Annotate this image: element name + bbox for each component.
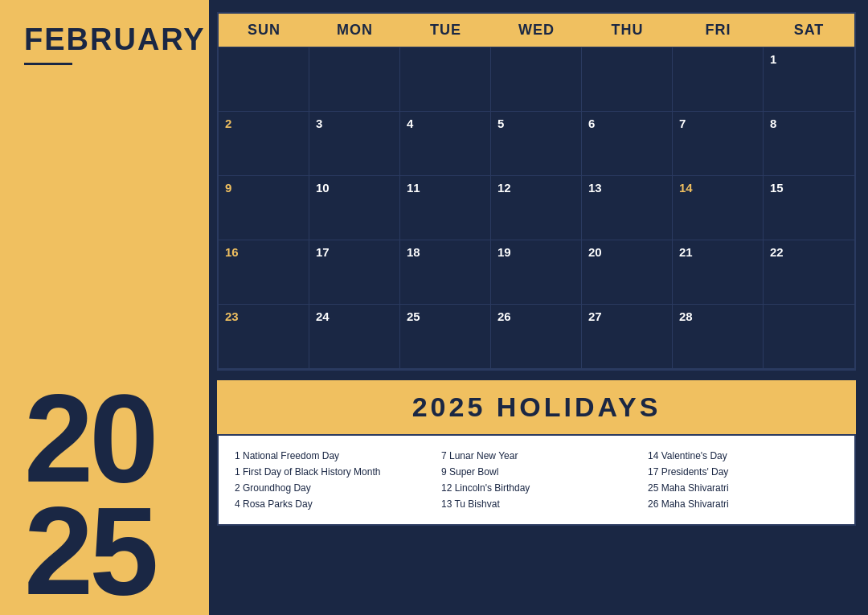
cal-cell-w4-wed: 19 <box>491 240 582 305</box>
holiday-item: 14 Valentine's Day <box>648 448 838 464</box>
holidays-col1: 1 National Freedom Day 1 First Day of Bl… <box>235 448 425 512</box>
holidays-col2: 7 Lunar New Year 9 Super Bowl 12 Lincoln… <box>441 448 632 512</box>
sidebar: FEBRUARY 2025 <box>0 0 209 615</box>
cal-cell-w3-mon: 10 <box>309 176 400 240</box>
cal-cell-w2-fri: 7 <box>673 112 764 176</box>
cal-cell-w4-fri: 21 <box>673 240 764 305</box>
cal-cell-w3-fri: 14 <box>673 176 764 240</box>
holiday-item: 13 Tu Bishvat <box>441 496 632 512</box>
holiday-item: 1 First Day of Black History Month <box>235 464 425 480</box>
cal-cell-w5-mon: 24 <box>309 305 400 369</box>
header-tue: TUE <box>400 14 491 47</box>
cal-cell-w5-wed: 26 <box>491 305 582 369</box>
header-sat: SAT <box>764 14 854 47</box>
month-label: FEBRUARY <box>24 24 193 55</box>
cal-cell-w5-sat <box>764 305 854 369</box>
cal-cell-w1-fri <box>673 47 764 112</box>
cal-cell-w1-mon <box>309 47 400 112</box>
cal-cell-w4-sat: 22 <box>764 240 854 305</box>
cal-cell-w4-mon: 17 <box>309 240 400 305</box>
cal-cell-w1-thu <box>582 47 673 112</box>
header-fri: FRI <box>673 14 764 47</box>
cal-cell-w2-thu: 6 <box>582 112 673 176</box>
cal-cell-w3-wed: 12 <box>491 176 582 240</box>
cal-cell-w5-tue: 25 <box>400 305 491 369</box>
header-mon: MON <box>309 14 400 47</box>
cal-cell-w4-sun: 16 <box>219 240 309 305</box>
holiday-item: 9 Super Bowl <box>441 464 632 480</box>
cal-cell-w3-sun: 9 <box>219 176 309 240</box>
cal-cell-w5-thu: 27 <box>582 305 673 369</box>
cal-cell-w5-fri: 28 <box>673 305 764 369</box>
holiday-item: 2 Groundhog Day <box>235 480 425 496</box>
header-thu: THU <box>582 14 673 47</box>
holiday-item: 12 Lincoln's Birthday <box>441 480 632 496</box>
holiday-item: 7 Lunar New Year <box>441 448 632 464</box>
cal-cell-w1-sun <box>219 47 309 112</box>
cal-cell-w1-wed <box>491 47 582 112</box>
cal-cell-w2-sun: 2 <box>219 112 309 176</box>
header-sun: SUN <box>219 14 309 47</box>
holidays-section: 2025 HOLIDAYS 1 National Freedom Day 1 F… <box>217 380 856 526</box>
holidays-title: 2025 HOLIDAYS <box>228 392 845 423</box>
cal-cell-w2-sat: 8 <box>764 112 854 176</box>
holiday-item: 1 National Freedom Day <box>235 448 425 464</box>
header-wed: WED <box>491 14 582 47</box>
main-content: SUN MON TUE WED THU FRI SAT 1 2 3 4 5 6 … <box>209 0 868 615</box>
cal-cell-w1-tue <box>400 47 491 112</box>
cal-cell-w4-tue: 18 <box>400 240 491 305</box>
calendar: SUN MON TUE WED THU FRI SAT 1 2 3 4 5 6 … <box>217 12 856 371</box>
cal-cell-w3-thu: 13 <box>582 176 673 240</box>
holidays-body: 1 National Freedom Day 1 First Day of Bl… <box>217 434 856 526</box>
holidays-col3: 14 Valentine's Day 17 Presidents' Day 25… <box>648 448 838 512</box>
cal-cell-w3-sat: 15 <box>764 176 854 240</box>
cal-cell-w2-wed: 5 <box>491 112 582 176</box>
cal-cell-w4-thu: 20 <box>582 240 673 305</box>
holiday-item: 4 Rosa Parks Day <box>235 496 425 512</box>
holiday-item: 26 Maha Shivaratri <box>648 496 838 512</box>
cal-cell-w2-tue: 4 <box>400 112 491 176</box>
cal-cell-w1-sat: 1 <box>764 47 854 112</box>
holiday-item: 17 Presidents' Day <box>648 464 838 480</box>
year-label: 2025 <box>24 383 193 607</box>
cal-cell-w5-sun: 23 <box>219 305 309 369</box>
cal-cell-w3-tue: 11 <box>400 176 491 240</box>
holidays-title-bar: 2025 HOLIDAYS <box>217 380 856 434</box>
sidebar-divider <box>24 63 72 65</box>
calendar-header: SUN MON TUE WED THU FRI SAT <box>219 14 854 47</box>
holiday-item: 25 Maha Shivaratri <box>648 480 838 496</box>
cal-cell-w2-mon: 3 <box>309 112 400 176</box>
calendar-body: 1 2 3 4 5 6 7 8 9 10 11 12 13 14 15 16 1… <box>219 47 854 369</box>
